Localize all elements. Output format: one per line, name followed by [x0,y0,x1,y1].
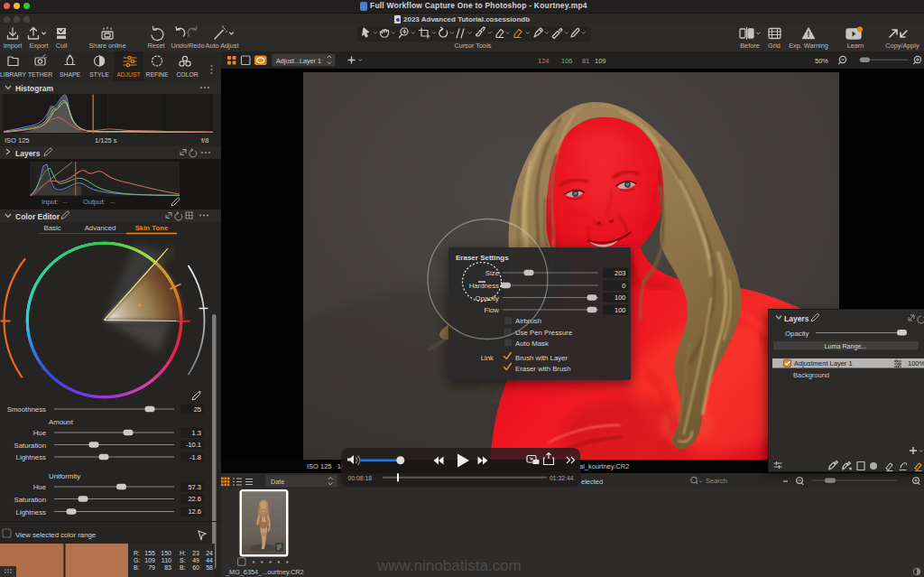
svg-text:Search: Search [706,477,727,485]
svg-text:00:08:18: 00:08:18 [348,475,373,481]
svg-text:B:: B: [134,564,140,571]
svg-text:Auto Adjust: Auto Adjust [206,42,239,50]
svg-text:Smoothness: Smoothness [7,405,46,414]
svg-text:S:: S: [180,557,186,563]
svg-text:150: 150 [161,550,171,556]
svg-text:B:: B: [180,564,186,571]
svg-text:Date: Date [271,478,284,486]
svg-text:109: 109 [144,557,155,563]
svg-text:Export: Export [29,42,48,50]
svg-text:Share online: Share online [89,42,126,50]
svg-text:Advanced: Advanced [85,224,116,232]
svg-text:Basic: Basic [43,224,60,232]
svg-text:-10.1: -10.1 [186,441,201,449]
svg-text:100%: 100% [908,359,924,368]
svg-text:1.3: 1.3 [192,429,201,437]
svg-text:106: 106 [561,57,573,65]
svg-text:View selected color range: View selected color range [15,531,96,539]
svg-text:ISO 125: ISO 125 [5,136,30,144]
svg-text:Output:: Output: [83,198,106,206]
svg-text:Lightness: Lightness [16,508,46,517]
svg-text:Color Editor: Color Editor [15,212,60,221]
svg-text:STYLE: STYLE [89,71,109,78]
svg-text:Layers: Layers [784,314,809,323]
svg-text:22.6: 22.6 [188,495,201,503]
svg-text:Hue: Hue [33,429,46,437]
svg-text:Hue: Hue [33,483,46,491]
svg-text:elected: elected [581,478,603,486]
svg-text:60: 60 [192,564,199,571]
svg-text:49: 49 [192,557,199,563]
svg-text:83: 83 [164,564,171,571]
svg-text:Background: Background [793,371,829,379]
svg-text:--: -- [63,198,68,206]
svg-text:109: 109 [595,57,606,65]
svg-text:LIBRARY: LIBRARY [0,71,26,78]
svg-text:SHAPE: SHAPE [60,71,81,78]
svg-text:Copy/Apply: Copy/Apply [885,42,919,50]
svg-text:Opacity: Opacity [785,330,809,338]
svg-text:Learn: Learn [847,42,864,50]
svg-text:23: 23 [192,550,199,556]
svg-text:Amount: Amount [49,418,74,426]
svg-text:REFINE: REFINE [146,71,169,78]
svg-text:Histogram: Histogram [15,84,53,93]
svg-text:Luma Range...: Luma Range... [824,342,866,350]
svg-text:155: 155 [144,550,155,556]
svg-text:12.6: 12.6 [188,507,201,516]
svg-text:81: 81 [582,57,589,65]
svg-text:Cull: Cull [56,42,68,50]
svg-text:COLOR: COLOR [176,71,198,78]
svg-text:Before: Before [740,42,760,50]
svg-text:110: 110 [162,557,171,563]
svg-text:H:: H: [180,550,186,556]
svg-text:Undo/Redo: Undo/Redo [171,42,205,50]
svg-text:44: 44 [206,557,213,563]
svg-text:50%: 50% [815,57,828,65]
svg-text:Exp. Warning: Exp. Warning [789,42,828,50]
svg-text:G:: G: [134,557,140,563]
svg-text:Grid: Grid [768,42,781,50]
svg-text:25: 25 [194,405,201,414]
svg-text:100: 100 [614,306,626,314]
svg-text:58: 58 [206,564,213,571]
svg-text:79: 79 [148,564,155,571]
svg-text:100: 100 [614,293,626,302]
svg-text:Cursor Tools: Cursor Tools [455,42,492,50]
svg-text:ADJUST: ADJUST [116,71,140,78]
svg-text:Uniformity: Uniformity [49,472,80,480]
svg-text:Layers: Layers [15,149,41,158]
svg-text:Skin Tone: Skin Tone [135,224,169,232]
svg-text:--: -- [110,198,115,206]
svg-text:0: 0 [622,282,625,290]
svg-text:Saturation: Saturation [14,442,46,450]
svg-text:203: 203 [614,269,626,277]
svg-text:Saturation: Saturation [14,496,46,504]
svg-text:Import: Import [4,42,23,50]
svg-text:f/8: f/8 [201,136,208,144]
svg-text:Lightness: Lightness [16,453,46,461]
svg-text:Adjustment Layer 1: Adjustment Layer 1 [794,359,853,368]
svg-text:124: 124 [538,57,550,65]
svg-text:-1.8: -1.8 [189,453,201,461]
svg-text:1/125 s: 1/125 s [95,136,117,144]
svg-text:R:: R: [134,550,140,556]
svg-text:TETHER: TETHER [28,71,52,78]
svg-text:Adjust...Layer 1: Adjust...Layer 1 [276,57,321,65]
svg-text:Reset: Reset [147,42,164,50]
svg-text:Input:: Input: [42,198,59,206]
svg-text:24: 24 [206,550,213,556]
svg-text:57.3: 57.3 [188,483,201,491]
svg-text:01:32:44: 01:32:44 [550,475,574,481]
